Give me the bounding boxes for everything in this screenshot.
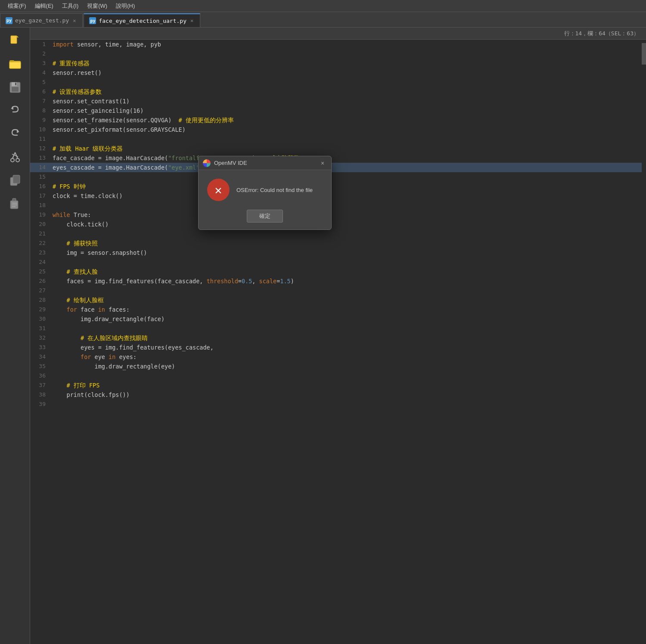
code-line-36: 36 — [30, 371, 646, 381]
save-icon[interactable] — [6, 78, 24, 96]
tab-label-1: eye_gaze_test.py — [15, 17, 69, 24]
editor-area: 行：14，欄：64（SEL：63） 1 import sensor, time,… — [30, 28, 646, 644]
code-line-30: 30 img.draw_rectangle(face) — [30, 314, 646, 324]
code-line-11: 11 — [30, 134, 646, 144]
code-line-7: 7 sensor.set_contrast(1) — [30, 96, 646, 106]
code-line-17: 17 clock = time.clock() — [30, 191, 646, 201]
paste-icon[interactable] — [6, 195, 24, 213]
openmv-logo-icon — [203, 159, 211, 167]
svg-rect-4 — [9, 60, 14, 62]
svg-point-12 — [11, 158, 14, 162]
code-line-27: 27 — [30, 286, 646, 295]
tab-icon-2: py — [89, 17, 96, 24]
code-line-24: 24 — [30, 257, 646, 267]
code-line-19: 19 while True: — [30, 210, 646, 220]
code-line-32: 32 # 在人脸区域内查找眼睛 — [30, 333, 646, 343]
code-line-9: 9 sensor.set_framesize(sensor.QQVGA) # 使… — [30, 115, 646, 125]
open-folder-icon[interactable] — [6, 55, 24, 73]
code-line-12: 12 # 加载 Haar 级联分类器 — [30, 144, 646, 153]
code-line-13: 13 face_cascade = image.HaarCascade("fro… — [30, 153, 646, 163]
mini-scrollbar[interactable] — [642, 40, 646, 644]
svg-rect-5 — [9, 62, 21, 68]
code-line-23: 23 img = sensor.snapshot() — [30, 248, 646, 257]
svg-rect-20 — [12, 198, 16, 201]
tab-close-2[interactable]: ✕ — [189, 17, 195, 24]
code-line-35: 35 img.draw_rectangle(eye) — [30, 362, 646, 371]
code-line-28: 28 # 绘制人脸框 — [30, 295, 646, 305]
svg-point-13 — [16, 158, 19, 162]
menu-file[interactable]: 檔案(F) — [3, 1, 31, 11]
code-line-33: 33 eyes = img.find_features(eyes_cascade… — [30, 343, 646, 352]
dialog-message: OSError: Could not find the file — [236, 187, 313, 193]
tab-icon-1: py — [6, 17, 12, 24]
dialog-ok-button[interactable]: 確定 — [247, 210, 283, 223]
code-line-16: 16 # FPS 时钟 — [30, 182, 646, 191]
code-line-25: 25 # 查找人脸 — [30, 267, 646, 276]
menu-tools[interactable]: 工具(I) — [58, 1, 83, 11]
new-file-icon[interactable] — [6, 32, 24, 50]
svg-rect-9 — [15, 83, 16, 85]
menu-view[interactable]: 視窗(W) — [83, 1, 112, 11]
mini-scroll-thumb[interactable] — [642, 43, 646, 65]
status-bar: 行：14，欄：64（SEL：63） — [30, 28, 646, 40]
redo-icon[interactable] — [6, 125, 24, 143]
svg-rect-0 — [11, 36, 17, 43]
code-line-34: 34 for eye in eyes: — [30, 352, 646, 362]
tabbar: py eye_gaze_test.py ✕ py face_eye_detect… — [0, 12, 646, 28]
dialog-footer: 確定 — [199, 205, 331, 229]
tab-label-2: face_eye_detection_uart.py — [99, 18, 186, 24]
tab-face-eye[interactable]: py face_eye_detection_uart.py ✕ — [84, 13, 200, 27]
code-line-37: 37 # 打印 FPS — [30, 381, 646, 390]
code-line-10: 10 sensor.set_pixformat(sensor.GRAYSCALE… — [30, 125, 646, 134]
dialog-title-text: OpenMV IDE — [214, 160, 315, 166]
code-line-5: 5 — [30, 77, 646, 87]
code-line-15: 15 — [30, 172, 646, 182]
code-line-20: 20 clock.tick() — [30, 220, 646, 229]
tab-eye-gaze[interactable]: py eye_gaze_test.py ✕ — [0, 13, 83, 27]
code-line-8: 8 sensor.set_gainceiling(16) — [30, 106, 646, 115]
sidebar — [0, 28, 30, 644]
error-icon: ✕ — [207, 179, 230, 201]
copy-icon[interactable] — [6, 171, 24, 189]
code-editor[interactable]: 1 import sensor, time, image, pyb 2 3 # … — [30, 40, 646, 644]
undo-icon[interactable] — [6, 102, 24, 120]
code-line-21: 21 — [30, 229, 646, 238]
cut-icon[interactable] — [6, 148, 24, 166]
code-line-4: 4 sensor.reset() — [30, 68, 646, 77]
code-line-18: 18 — [30, 201, 646, 210]
code-line-22: 22 # 捕获快照 — [30, 238, 646, 248]
svg-rect-18 — [13, 175, 20, 183]
cursor-position: 行：14，欄：64（SEL：63） — [564, 30, 639, 37]
code-line-39: 39 — [30, 399, 646, 409]
svg-rect-8 — [12, 87, 19, 92]
dialog-body: ✕ OSError: Could not find the file — [199, 170, 331, 205]
code-line-29: 29 for face in faces: — [30, 305, 646, 314]
code-content: 1 import sensor, time, image, pyb 2 3 # … — [30, 40, 646, 644]
code-line-1: 1 import sensor, time, image, pyb — [30, 40, 646, 49]
code-line-26: 26 faces = img.find_features(face_cascad… — [30, 276, 646, 286]
code-line-3: 3 # 重置传感器 — [30, 59, 646, 68]
code-line-38: 38 print(clock.fps()) — [30, 390, 646, 399]
dialog-titlebar: OpenMV IDE × — [199, 156, 331, 170]
code-line-14: 14 eyes_cascade = image.HaarCascade("eye… — [30, 163, 646, 172]
tab-close-1[interactable]: ✕ — [71, 17, 77, 24]
error-dialog: OpenMV IDE × ✕ OSError: Could not find t… — [198, 156, 332, 230]
code-line-6: 6 # 设置传感器参数 — [30, 87, 646, 96]
code-line-31: 31 — [30, 324, 646, 333]
dialog-close-button[interactable]: × — [318, 159, 327, 167]
menu-edit[interactable]: 編輯(E) — [31, 1, 58, 11]
menubar: 檔案(F) 編輯(E) 工具(I) 視窗(W) 說明(H) — [0, 0, 646, 12]
code-line-2: 2 — [30, 49, 646, 59]
menu-help[interactable]: 說明(H) — [112, 1, 139, 11]
